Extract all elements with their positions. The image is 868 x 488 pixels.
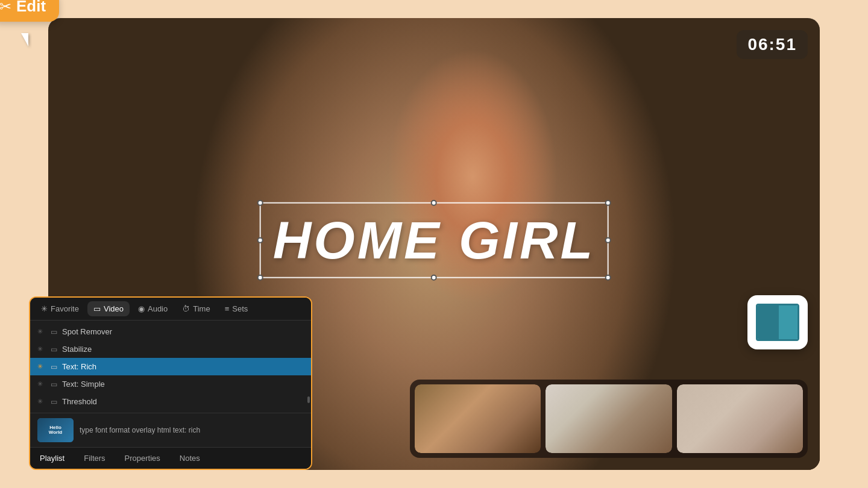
bottom-tab-playlist[interactable]: Playlist (30, 449, 74, 468)
cursor-icon (21, 33, 28, 46)
handle-top-right[interactable] (605, 200, 611, 206)
bottom-tab-notes[interactable]: Notes (170, 449, 210, 468)
preview-text: Hello World (49, 425, 63, 435)
edit-badge[interactable]: ✂ Edit (0, 0, 59, 22)
bottom-tab-notes-label: Notes (180, 454, 200, 463)
handle-bottom-left[interactable] (257, 275, 263, 281)
edit-label: Edit (16, 0, 46, 16)
star-text-rich: ✳ (37, 363, 46, 371)
sets-tab-icon: ≡ (225, 304, 230, 313)
label-text-rich: Text: Rich (62, 362, 96, 371)
preview-description: type font format overlay html text: rich (80, 426, 200, 434)
bottom-tab-filters-label: Filters (84, 454, 105, 463)
split-view-button[interactable] (747, 295, 808, 349)
scissors-icon: ✂ (0, 0, 11, 15)
sidebar-tabs: ✳ Favorite ▭ Video ◉ Audio ⏱ Time ≡ Sets (30, 298, 311, 321)
icon-stabilize: ▭ (51, 345, 57, 354)
star-spot-remover: ✳ (37, 328, 46, 336)
handle-mid-left[interactable] (257, 237, 263, 243)
time-tab-icon: ⏱ (182, 304, 190, 313)
tab-sets[interactable]: ≡ Sets (219, 301, 254, 316)
handle-top-left[interactable] (257, 200, 263, 206)
icon-threshold: ▭ (51, 398, 57, 406)
timer-value: 06:51 (747, 35, 797, 54)
thumb-inner-2 (546, 384, 671, 453)
favorite-tab-icon: ✳ (41, 304, 48, 313)
handle-top-mid[interactable] (431, 200, 437, 206)
handle-bottom-right[interactable] (605, 275, 611, 281)
effects-list: ✳ ▭ Spot Remover ✳ ▭ Stabilize ✳ ▭ Text:… (30, 321, 311, 413)
label-stabilize: Stabilize (62, 345, 92, 354)
label-text-simple: Text: Simple (62, 380, 105, 389)
bottom-tab-properties[interactable]: Properties (115, 449, 170, 468)
tab-time-label: Time (193, 304, 210, 313)
list-item-text-rich[interactable]: ✳ ▭ Text: Rich (30, 358, 311, 375)
audio-tab-icon: ◉ (138, 304, 145, 313)
icon-text-simple: ▭ (51, 380, 57, 389)
scroll-indicator (307, 396, 310, 404)
bottom-tab-properties-label: Properties (125, 454, 160, 463)
sidebar-panel: ✳ Favorite ▭ Video ◉ Audio ⏱ Time ≡ Sets… (29, 296, 312, 470)
bottom-tabs: Playlist Filters Properties Notes (30, 447, 311, 469)
thumb-inner-1 (415, 384, 541, 453)
video-tab-icon: ▭ (93, 304, 101, 313)
thumbnail-2[interactable] (546, 384, 671, 453)
thumbnail-1[interactable] (415, 384, 541, 453)
star-text-simple: ✳ (37, 380, 46, 388)
preview-world: World (49, 430, 63, 435)
tab-favorite-label: Favorite (51, 304, 79, 313)
tab-video[interactable]: ▭ Video (87, 301, 130, 316)
title-box: HOME GIRL (260, 202, 609, 278)
timer-badge: 06:51 (737, 30, 808, 59)
thumb-inner-3 (677, 384, 803, 453)
list-item-spot-remover[interactable]: ✳ ▭ Spot Remover (30, 323, 311, 340)
preview-thumb-inner: Hello World (37, 418, 74, 442)
icon-text-rich: ▭ (51, 363, 57, 371)
star-threshold: ✳ (37, 398, 46, 405)
label-spot-remover: Spot Remover (62, 327, 112, 336)
star-stabilize: ✳ (37, 345, 46, 353)
split-inner (756, 304, 799, 341)
list-item-threshold[interactable]: ✳ ▭ Threshold (30, 393, 311, 410)
list-item-stabilize[interactable]: ✳ ▭ Stabilize (30, 340, 311, 358)
tab-video-label: Video (104, 304, 124, 313)
tab-favorite[interactable]: ✳ Favorite (35, 301, 85, 316)
handle-bottom-mid[interactable] (431, 275, 437, 281)
preview-row: Hello World type font format overlay htm… (30, 413, 311, 447)
bottom-tab-filters[interactable]: Filters (74, 449, 115, 468)
split-right-panel (779, 305, 798, 339)
video-title-text: HOME GIRL (273, 210, 596, 270)
preview-thumbnail: Hello World (37, 418, 74, 442)
bottom-tab-playlist-label: Playlist (40, 454, 64, 463)
thumbnail-3[interactable] (677, 384, 803, 453)
thumbnail-strip (410, 380, 808, 458)
handle-mid-right[interactable] (605, 237, 611, 243)
list-item-text-simple[interactable]: ✳ ▭ Text: Simple (30, 375, 311, 393)
label-threshold: Threshold (62, 397, 97, 406)
icon-spot-remover: ▭ (51, 328, 57, 336)
split-left-panel (758, 305, 779, 339)
tab-audio-label: Audio (148, 304, 168, 313)
title-overlay[interactable]: HOME GIRL (260, 202, 609, 278)
tab-audio[interactable]: ◉ Audio (132, 301, 174, 316)
tab-sets-label: Sets (232, 304, 248, 313)
tab-time[interactable]: ⏱ Time (176, 301, 216, 316)
